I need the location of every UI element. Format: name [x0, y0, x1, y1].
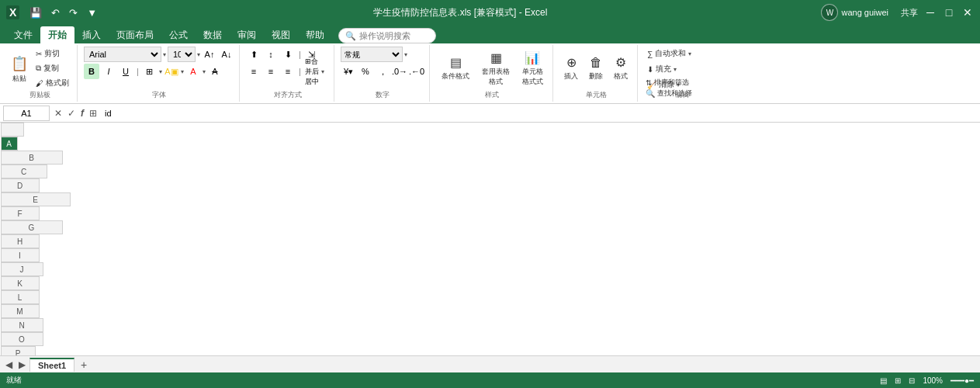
col-header-a[interactable]: A	[1, 137, 18, 151]
clipboard-group: 📋 粘贴 ✂ 剪切 ⧉ 复制 🖌 格式刷 剪贴板	[3, 45, 78, 102]
cell-styles-btn2[interactable]: 📊 单元格格式式	[517, 47, 548, 90]
col-header-p[interactable]: P	[1, 346, 36, 355]
fill-color-dropdown[interactable]: ▾	[181, 68, 184, 75]
copy-button[interactable]: ⧉ 复制	[33, 61, 72, 75]
col-header-j[interactable]: J	[1, 262, 43, 276]
bold-button[interactable]: B	[84, 64, 99, 79]
user-area: W wang guiwei	[821, 4, 888, 21]
percent-button[interactable]: %	[358, 64, 373, 79]
col-header-k[interactable]: K	[1, 276, 40, 290]
border-button[interactable]: ⊞	[142, 64, 158, 79]
currency-button[interactable]: ¥▾	[341, 64, 356, 79]
view-normal-icon[interactable]: ▤	[880, 376, 887, 385]
search-icon: 🔍	[345, 31, 356, 41]
formula-input[interactable]	[102, 106, 977, 121]
col-header-l[interactable]: L	[1, 290, 40, 304]
underline-button[interactable]: U	[118, 64, 133, 79]
italic-button[interactable]: I	[101, 64, 116, 79]
left-align-button[interactable]: ≡	[246, 64, 261, 79]
autosum-dropdown[interactable]: ▾	[688, 50, 691, 57]
delete-button[interactable]: 🗑 删除	[584, 47, 608, 90]
number-format-dropdown[interactable]: ▾	[404, 51, 407, 58]
increase-decimal-button[interactable]: .0→	[392, 64, 407, 79]
cut-button[interactable]: ✂ 剪切	[33, 47, 72, 61]
quick-access-customize[interactable]: ▼	[85, 5, 99, 20]
clipboard-label: 剪贴板	[3, 90, 77, 100]
share-button[interactable]: 共享	[901, 7, 918, 19]
fill-color-button[interactable]: A▣	[164, 64, 179, 79]
expand-formula-icon[interactable]: ⊞	[88, 106, 99, 120]
col-header-m[interactable]: M	[1, 304, 40, 318]
tab-page-layout[interactable]: 页面布局	[109, 26, 161, 43]
tab-scroll-left[interactable]: ◀	[3, 359, 15, 370]
font-name-dropdown[interactable]: ▾	[163, 51, 166, 58]
view-layout-icon[interactable]: ⊞	[895, 376, 901, 385]
quick-access-save[interactable]: 💾	[27, 5, 44, 20]
title-bar: X 💾 ↶ ↷ ▼ 学生疫情防控信息表.xls [兼容模式] - Excel W…	[0, 0, 980, 25]
conditional-format-button[interactable]: ▤ 条件格式	[436, 47, 475, 90]
tab-file[interactable]: 文件	[6, 26, 40, 43]
font-color-button[interactable]: A	[185, 64, 201, 79]
font-size-dropdown[interactable]: ▾	[197, 51, 200, 58]
insert-button[interactable]: ⊕ 插入	[559, 47, 583, 90]
insert-function-icon[interactable]: f	[79, 106, 85, 120]
col-header-e[interactable]: E	[1, 192, 71, 206]
tab-help[interactable]: 帮助	[298, 26, 332, 43]
tab-view[interactable]: 视图	[264, 26, 298, 43]
merge-dropdown[interactable]: ▾	[321, 68, 324, 75]
merge-center-button[interactable]: ⊞合并后居中	[304, 64, 320, 79]
minimize-button[interactable]: ─	[924, 6, 937, 19]
grid-body[interactable]: ABCDEFGHIJKLMNOPQRS 1id学号学院班级填报日期姓名电话所在省…	[0, 123, 980, 355]
maximize-button[interactable]: □	[943, 6, 955, 19]
format-button[interactable]: ⚙ 格式	[609, 47, 632, 90]
increase-font-button[interactable]: A↑	[202, 47, 217, 62]
number-format-select[interactable]: 常规	[341, 47, 403, 62]
border-dropdown[interactable]: ▾	[159, 68, 162, 75]
right-align-button[interactable]: ≡	[280, 64, 296, 79]
tab-formula[interactable]: 公式	[161, 26, 196, 43]
bottom-align-button[interactable]: ⬇	[280, 47, 296, 62]
font-name-select[interactable]: Arial	[84, 47, 161, 62]
quick-access-undo[interactable]: ↶	[49, 5, 62, 20]
help-search-input[interactable]	[359, 31, 429, 40]
decrease-font-button[interactable]: A↓	[219, 47, 234, 62]
col-header-n[interactable]: N	[1, 318, 43, 332]
add-sheet-button[interactable]: +	[76, 357, 92, 372]
col-header-g[interactable]: G	[1, 220, 63, 234]
tab-insert[interactable]: 插入	[74, 26, 109, 43]
close-button[interactable]: ✕	[961, 6, 974, 19]
top-align-button[interactable]: ⬆	[246, 47, 261, 62]
comma-button[interactable]: ，	[375, 64, 390, 79]
font-size-select[interactable]: 10	[168, 47, 196, 62]
col-header-o[interactable]: O	[1, 332, 43, 346]
tab-home[interactable]: 开始	[40, 26, 74, 43]
fill-dropdown[interactable]: ▾	[674, 66, 677, 73]
col-header-f[interactable]: F	[1, 206, 40, 220]
paste-button[interactable]: 📋 粘贴	[8, 47, 31, 92]
col-header-c[interactable]: C	[1, 165, 47, 178]
font-color-dropdown[interactable]: ▾	[203, 68, 206, 75]
tab-scroll-right[interactable]: ▶	[16, 359, 28, 370]
strikethrough-button[interactable]: A	[207, 64, 223, 79]
col-header-h[interactable]: H	[1, 234, 40, 248]
middle-align-button[interactable]: ↕	[263, 47, 279, 62]
cell-styles-button[interactable]: ▦ 套用表格格式	[476, 47, 515, 90]
decrease-decimal-button[interactable]: .←0	[409, 64, 424, 79]
ribbon-toolbar: 📋 粘贴 ✂ 剪切 ⧉ 复制 🖌 格式刷 剪贴板	[0, 43, 980, 104]
quick-access-redo[interactable]: ↷	[67, 5, 80, 20]
font-group: Arial ▾ 10 ▾ A↑ A↓ B I U | ⊞ ▾ A▣ ▾ A	[79, 45, 240, 102]
fill-button[interactable]: ⬇ 填充 ▾	[644, 62, 680, 76]
search-help-box[interactable]: 🔍	[338, 28, 436, 43]
zoom-slider[interactable]: ━━━●━	[951, 376, 974, 385]
col-header-i[interactable]: I	[1, 248, 40, 262]
format-painter-button[interactable]: 🖌 格式刷	[33, 76, 72, 90]
sheet-tab-1[interactable]: Sheet1	[29, 358, 74, 372]
tab-review[interactable]: 审阅	[230, 26, 264, 43]
center-align-button[interactable]: ≡	[263, 64, 279, 79]
view-break-icon[interactable]: ⊟	[909, 376, 915, 385]
autosum-button[interactable]: ∑ 自动求和 ▾	[644, 47, 694, 61]
tab-data[interactable]: 数据	[196, 26, 230, 43]
col-header-b[interactable]: B	[1, 151, 63, 165]
col-header-d[interactable]: D	[1, 178, 40, 192]
paste-icon: 📋	[11, 55, 28, 72]
